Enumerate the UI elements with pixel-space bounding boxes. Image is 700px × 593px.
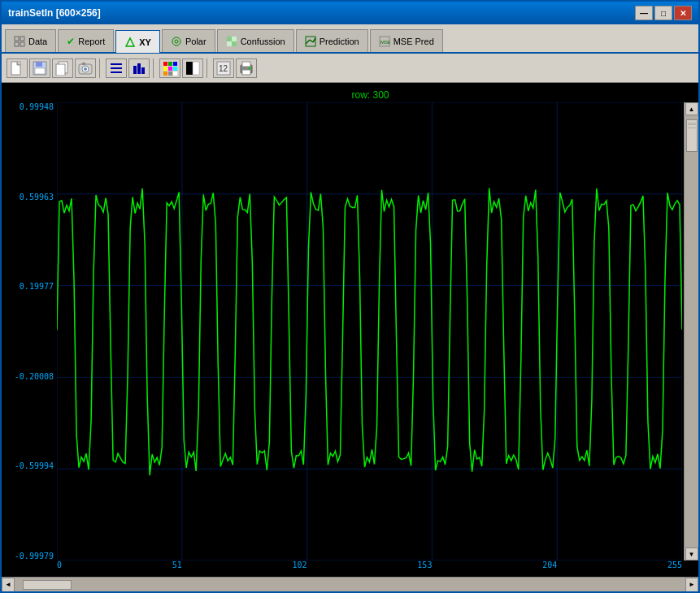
new-button[interactable]	[7, 58, 28, 78]
y-label-3: -0.20008	[15, 372, 54, 381]
tab-confussion-label: Confussion	[241, 37, 285, 46]
svg-rect-50	[242, 62, 250, 67]
minimize-button[interactable]: —	[635, 6, 653, 20]
y-label-4: -0.59994	[15, 461, 54, 470]
toolbar-separator-2	[153, 58, 156, 78]
svg-rect-40	[168, 67, 172, 71]
svg-rect-44	[173, 71, 177, 76]
tab-data-label: Data	[28, 37, 47, 46]
copy-button[interactable]	[52, 58, 73, 78]
svg-text:MSE: MSE	[380, 40, 390, 45]
svg-rect-23	[35, 68, 45, 74]
svg-line-12	[306, 40, 310, 44]
y-label-0: 0.99948	[20, 102, 54, 111]
svg-rect-22	[36, 62, 42, 67]
svg-rect-36	[163, 62, 167, 66]
svg-rect-39	[163, 67, 167, 71]
scroll-down-button[interactable]: ▼	[685, 548, 698, 561]
svg-rect-51	[242, 70, 250, 75]
x-tick-1: 51	[172, 561, 182, 569]
camera-button[interactable]	[75, 58, 96, 78]
scroll-left-button[interactable]: ◄	[2, 578, 15, 592]
x-axis: 0 51 102 153 204 255	[57, 561, 682, 577]
tab-prediction-label: Prediction	[320, 37, 359, 46]
maximize-button[interactable]: □	[654, 6, 672, 20]
vertical-scrollbar[interactable]: ▲ ▼	[684, 102, 698, 561]
toolbar: 12	[2, 54, 698, 83]
bw-button[interactable]	[182, 58, 203, 78]
svg-rect-29	[82, 63, 85, 65]
tab-data[interactable]: Data	[5, 29, 56, 52]
title-bar-buttons: — □ ✕	[635, 6, 692, 20]
label-button[interactable]: 12	[213, 58, 234, 78]
svg-point-52	[249, 67, 251, 69]
print-button[interactable]	[236, 58, 257, 78]
save-button[interactable]	[29, 58, 50, 78]
tab-prediction[interactable]: Prediction	[296, 29, 368, 52]
chart-title: row: 300	[59, 86, 682, 102]
tab-mse-pred[interactable]: MSE MSE Pred	[370, 29, 443, 52]
svg-rect-33	[133, 66, 137, 74]
x-tick-3: 153	[417, 561, 432, 569]
tab-xy-label: XY	[139, 37, 151, 47]
scroll-thumb-h[interactable]	[23, 580, 72, 590]
svg-rect-0	[15, 37, 19, 41]
scroll-thumb-v[interactable]	[686, 119, 698, 152]
svg-point-6	[175, 40, 178, 43]
scroll-grip2	[688, 128, 696, 130]
svg-rect-42	[163, 71, 167, 76]
colors-button[interactable]	[159, 58, 180, 78]
svg-rect-41	[173, 67, 177, 71]
chart-container: row: 300 0.99948 0.59963 0.19977 -0.2000…	[2, 83, 698, 591]
y-label-2: 0.19977	[20, 282, 54, 291]
svg-rect-45	[186, 62, 193, 75]
tab-polar[interactable]: Polar	[162, 29, 215, 52]
svg-rect-9	[232, 37, 237, 41]
svg-rect-53	[57, 102, 682, 561]
check-icon: ✔	[67, 36, 75, 47]
svg-rect-7	[227, 37, 232, 41]
x-tick-4: 204	[542, 561, 557, 569]
bars-button[interactable]	[128, 58, 150, 78]
x-tick-2: 102	[293, 561, 307, 569]
title-bar: trainSetIn [600×256] — □ ✕	[2, 2, 698, 24]
svg-rect-10	[227, 41, 232, 46]
toolbar-separator-1	[99, 58, 102, 78]
lines-button[interactable]	[106, 58, 127, 78]
xy-icon	[124, 37, 136, 48]
tab-polar-label: Polar	[185, 37, 207, 46]
x-tick-0: 0	[57, 561, 62, 569]
svg-rect-8	[232, 41, 237, 46]
chart-svg	[57, 102, 682, 561]
grid-icon	[14, 36, 25, 47]
svg-marker-4	[126, 38, 134, 46]
conf-icon	[226, 36, 237, 47]
scroll-track-h	[15, 578, 685, 591]
svg-rect-25	[56, 64, 65, 76]
main-window: trainSetIn [600×256] — □ ✕ Data ✔ Report…	[0, 0, 700, 593]
scroll-up-button[interactable]: ▲	[685, 102, 698, 115]
close-button[interactable]: ✕	[674, 6, 692, 20]
tab-mse-pred-label: MSE Pred	[393, 37, 434, 46]
tab-xy[interactable]: XY	[115, 30, 160, 53]
horizontal-scrollbar[interactable]: ◄ ►	[2, 577, 698, 591]
tab-report[interactable]: ✔ Report	[58, 29, 114, 52]
tab-confussion[interactable]: Confussion	[217, 29, 294, 52]
svg-point-5	[172, 37, 180, 45]
svg-rect-34	[137, 63, 141, 74]
x-tick-5: 255	[667, 561, 682, 569]
svg-rect-37	[168, 62, 172, 66]
scroll-right-button[interactable]: ►	[685, 578, 698, 592]
svg-rect-38	[173, 62, 177, 66]
polar-icon	[171, 36, 182, 47]
svg-point-28	[84, 67, 87, 71]
pred-icon	[305, 36, 316, 47]
svg-rect-1	[20, 37, 24, 41]
svg-rect-3	[20, 42, 24, 46]
svg-rect-43	[168, 71, 172, 76]
svg-rect-46	[193, 62, 199, 75]
tab-bar: Data ✔ Report XY Polar Confussion	[2, 24, 698, 54]
toolbar-separator-3	[207, 58, 210, 78]
mse-icon: MSE	[379, 36, 390, 47]
svg-rect-35	[141, 67, 145, 74]
